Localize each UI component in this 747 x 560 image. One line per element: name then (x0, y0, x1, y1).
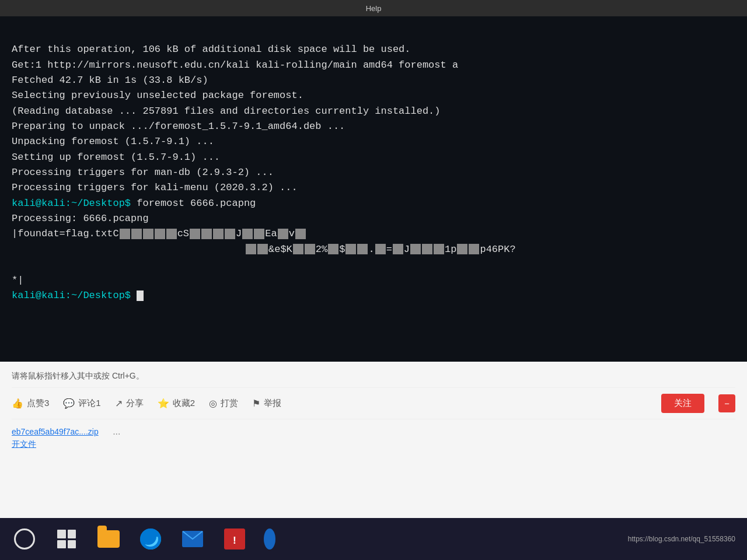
file-explorer-button[interactable] (96, 526, 121, 552)
terminal-line-5: (Reading database ... 257891 files and d… (12, 106, 441, 117)
terminal-line-10: Processing triggers for kali-menu (2020.… (12, 182, 298, 193)
blog-section: 请将鼠标指针移入其中或按 Ctrl+G。 👍 点赞3 💬 评论1 ↗ 分享 ⭐ … (0, 362, 747, 518)
circle-icon (14, 528, 35, 550)
start-button[interactable] (12, 526, 37, 552)
reward-button[interactable]: ◎ 打赏 (209, 398, 238, 409)
terminal-prompt-1: kali@kali:~/Desktop$ (12, 198, 131, 209)
comment-button[interactable]: 💬 评论1 (63, 398, 100, 409)
reward-icon: ◎ (209, 398, 217, 409)
share-label: 分享 (126, 398, 144, 409)
edge-icon (140, 528, 161, 550)
file-name-link[interactable]: eb7ceaf5ab49f7ac....zip (12, 427, 99, 436)
collect-button[interactable]: ⭐ 收藏2 (158, 398, 195, 409)
terminal-line-9: Processing triggers for man-db (2.9.3-2)… (12, 167, 274, 178)
grid-icon (57, 530, 76, 548)
like-label: 点赞3 (27, 398, 49, 409)
antivirus-icon: ! (224, 528, 245, 550)
minus-button[interactable]: − (718, 394, 735, 412)
terminal-line-8: Setting up foremost (1.5.7-9.1) ... (12, 152, 220, 163)
terminal-star-line: *| (12, 275, 23, 286)
terminal-line-2: Get:1 http://mirrors.neusoft.edu.cn/kali… (12, 60, 458, 71)
antivirus-button[interactable]: ! (222, 526, 247, 552)
report-label: 举报 (264, 398, 281, 409)
reward-label: 打赏 (221, 398, 238, 409)
collect-icon: ⭐ (158, 398, 169, 409)
svg-text:!: ! (232, 535, 238, 547)
mail-icon (182, 531, 203, 547)
terminal-output: After this operation, 106 kB of addition… (12, 27, 735, 319)
taskbar-url: https://blog.csdn.net/qq_51558360 (628, 535, 735, 543)
grid-button[interactable] (54, 526, 79, 552)
mail-button[interactable] (180, 526, 205, 552)
blue-circle-icon (264, 528, 275, 550)
open-file-link[interactable]: 开文件 (12, 439, 735, 450)
like-icon: 👍 (12, 398, 23, 409)
collect-label: 收藏2 (173, 398, 195, 409)
terminal-line-7: Unpacking foremost (1.5.7-9.1) ... (12, 136, 214, 147)
terminal-line-1: After this operation, 106 kB of addition… (12, 44, 411, 55)
window-title: Help (366, 4, 382, 13)
action-bar: 👍 点赞3 💬 评论1 ↗ 分享 ⭐ 收藏2 ◎ 打赏 ⚑ 举报 关注 − (12, 387, 735, 419)
terminal: After this operation, 106 kB of addition… (0, 16, 747, 362)
comment-icon: 💬 (63, 398, 75, 409)
terminal-prompt-2: kali@kali:~/Desktop$ (12, 290, 131, 301)
taskbar-icons: ! (12, 526, 628, 552)
terminal-command-1: foremost 6666.pcapng (131, 198, 256, 209)
share-icon: ↗ (115, 398, 123, 409)
file-dots: ... (113, 426, 120, 436)
terminal-processing: Processing: 6666.pcapng (12, 213, 149, 224)
report-button[interactable]: ⚑ 举报 (252, 398, 281, 409)
folder-icon (97, 530, 120, 548)
comment-label: 评论1 (78, 398, 100, 409)
like-button[interactable]: 👍 点赞3 (12, 398, 49, 409)
taskbar: ! https://blog.csdn.net/qq_51558360 (0, 518, 747, 560)
report-icon: ⚑ (252, 398, 260, 409)
terminal-line-4: Selecting previously unselected package … (12, 90, 303, 101)
terminal-corrupt-line1: |foundat=flag.txtCcSJEav (12, 228, 306, 239)
terminal-line-6: Preparing to unpack .../foremost_1.5.7-9… (12, 121, 345, 132)
file-section: eb7ceaf5ab49f7ac....zip ... 开文件 (12, 419, 735, 453)
share-button[interactable]: ↗ 分享 (115, 398, 144, 409)
window-title-bar: Help (0, 0, 747, 16)
partial-icon-button[interactable] (264, 526, 275, 552)
capture-hint: 请将鼠标指针移入其中或按 Ctrl+G。 (12, 368, 735, 387)
follow-button[interactable]: 关注 (661, 394, 704, 413)
terminal-corrupt-line2: &e$K2%$.=J1pp46PK? (12, 242, 735, 257)
terminal-cursor (137, 290, 144, 301)
edge-browser-button[interactable] (138, 526, 163, 552)
terminal-line-3: Fetched 42.7 kB in 1s (33.8 kB/s) (12, 75, 208, 86)
